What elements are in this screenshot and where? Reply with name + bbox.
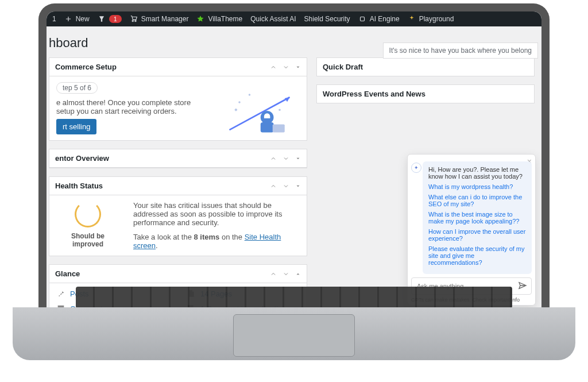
woocommerce-setup-panel: Commerce Setup tep 5 of (49, 57, 307, 141)
adminbar-quick-assist[interactable]: Quick Assist AI (250, 15, 296, 23)
chat-avatar-icon: ✦ (411, 163, 421, 173)
chat-suggestion-1[interactable]: What is my wordpress health? (428, 183, 526, 190)
cart-icon (130, 15, 138, 23)
admin-bar: 1 New 1 Sma (47, 11, 541, 26)
site-health-panel: Health Status (49, 176, 307, 256)
chip-icon (358, 15, 366, 23)
start-selling-button[interactable]: rt selling (56, 119, 96, 134)
quick-draft-panel[interactable]: Quick Draft (316, 57, 535, 76)
chat-greeting: Hi, How are you?. Please let me know how… (428, 166, 526, 180)
yoast-icon (98, 15, 106, 23)
setup-step-pill: tep 5 of 6 (56, 82, 98, 94)
adminbar-playground[interactable]: Playground (408, 15, 454, 23)
plus-icon (64, 15, 72, 23)
adminbar-villa-label: VillaTheme (208, 15, 242, 23)
quick-draft-title: Quick Draft (323, 63, 363, 71)
chevron-up-icon[interactable] (270, 271, 277, 277)
elementor-overview-panel: entor Overview (49, 149, 307, 168)
svg-point-5 (249, 94, 251, 96)
svg-point-4 (238, 101, 241, 103)
health-donut-icon (75, 201, 101, 227)
adminbar-smart-label: Smart Manager (141, 15, 189, 23)
chat-suggestion-4[interactable]: How can I improve the overall user exper… (428, 228, 526, 242)
adminbar-smart-manager[interactable]: Smart Manager (130, 15, 189, 23)
wp-events-title: WordPress Events and News (323, 90, 425, 98)
health-label: Should be improved (56, 232, 119, 248)
adminbar-ai-engine[interactable]: AI Engine (358, 15, 400, 23)
star-icon (196, 15, 204, 23)
yoast-badge: 1 (109, 15, 122, 23)
adminbar-villatheme[interactable]: VillaTheme (196, 15, 242, 23)
woocommerce-setup-text: e almost there! Once you complete store … (56, 98, 209, 115)
pin-icon (56, 289, 65, 298)
svg-rect-2 (261, 122, 274, 133)
wp-events-panel[interactable]: WordPress Events and News (316, 84, 535, 103)
chevron-down-icon[interactable] (283, 155, 289, 162)
laptop-keyboard (76, 287, 512, 308)
site-health-title: Health Status (55, 182, 103, 190)
chevron-up-icon[interactable] (270, 183, 277, 190)
adminbar-yoast[interactable]: 1 (98, 15, 122, 23)
caret-up-icon[interactable] (295, 271, 301, 277)
chevron-up-icon[interactable] (270, 155, 277, 162)
adminbar-new[interactable]: New (64, 15, 90, 23)
chevron-down-icon[interactable] (283, 64, 289, 71)
chat-bubble: ✦ Hi, How are you?. Please let me know h… (423, 161, 532, 274)
elementor-overview-title: entor Overview (55, 154, 109, 163)
welcome-banner: It's so nice to have you back where you … (383, 43, 538, 59)
caret-down-icon[interactable] (295, 64, 301, 71)
send-icon[interactable] (518, 281, 527, 291)
laptop-trackpad (233, 314, 355, 357)
adminbar-new-label: New (76, 15, 90, 23)
adminbar-play-label: Playground (419, 15, 454, 23)
ai-chat-widget: × ✦ Hi, How are you?. Please let me know… (407, 154, 536, 306)
dashboard-content: It's so nice to have you back where you … (47, 26, 541, 311)
caret-down-icon[interactable] (295, 155, 301, 162)
adminbar-ai-label: AI Engine (370, 15, 400, 23)
chat-suggestion-3[interactable]: What is the best image size to make my p… (428, 211, 526, 225)
health-text-2: Take a look at the 8 items on the Site H… (133, 233, 300, 250)
chevron-down-icon[interactable] (283, 183, 289, 190)
chevron-down-icon[interactable] (283, 271, 289, 277)
chat-suggestion-5[interactable]: Please evaluate the security of my site … (428, 245, 526, 266)
chat-suggestion-2[interactable]: What else can i do to improve the SEO of… (428, 194, 526, 207)
svg-point-6 (278, 109, 281, 111)
sparkle-icon (408, 15, 416, 23)
adminbar-shield[interactable]: Shield Security (304, 15, 350, 23)
chevron-up-icon[interactable] (270, 64, 277, 71)
adminbar-notifications[interactable]: 1 (52, 15, 56, 23)
setup-illustration (219, 82, 300, 134)
at-a-glance-title: Glance (55, 269, 80, 278)
svg-rect-3 (273, 125, 285, 133)
svg-rect-0 (360, 17, 364, 21)
health-text-1: Your site has critical issues that shoul… (133, 201, 300, 227)
woocommerce-setup-title: Commerce Setup (55, 63, 117, 71)
caret-down-icon[interactable] (295, 183, 301, 190)
